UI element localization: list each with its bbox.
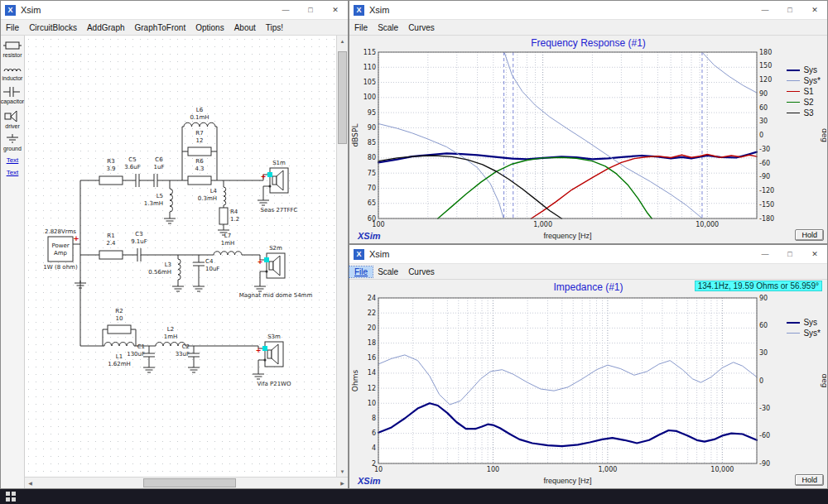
tool-resistor[interactable]: resistor [3, 40, 22, 58]
menu-file[interactable]: File [349, 22, 373, 33]
svg-text:C1: C1 [137, 343, 145, 350]
xsim-app-icon: X [354, 249, 364, 260]
ground-icon [3, 134, 22, 145]
crossover-schematic[interactable]: R33.9C53.6uFC61uFR64.3L60.1mHR712L51.3mH… [25, 36, 336, 477]
hold-button[interactable]: Hold [795, 229, 824, 241]
svg-text:L3: L3 [165, 262, 171, 268]
scroll-right-icon[interactable]: ▶ [337, 478, 348, 488]
svg-text:1uF: 1uF [154, 164, 165, 170]
schematic-canvas[interactable]: R33.9C53.6uFC61uFR64.3L60.1mHR712L51.3mH… [25, 36, 336, 477]
tool-text-1[interactable]: Text [7, 156, 19, 164]
svg-text:-90: -90 [759, 173, 770, 180]
menu-options[interactable]: Options [190, 22, 229, 33]
svg-text:24: 24 [368, 295, 376, 302]
maximize-button[interactable]: □ [298, 1, 323, 19]
hold-button[interactable]: Hold [795, 474, 824, 486]
menu-curves[interactable]: Curves [403, 266, 440, 277]
menu-curves[interactable]: Curves [403, 22, 440, 33]
menu-file[interactable]: File [349, 266, 373, 277]
svg-text:33uF: 33uF [176, 351, 190, 358]
imp-legend: SysSys* [787, 318, 821, 338]
imp-x-axis-label: frequency [Hz] [378, 477, 758, 485]
minimize-button[interactable]: — [273, 1, 298, 19]
tool-text-2[interactable]: Text [7, 169, 19, 176]
svg-text:12: 12 [196, 137, 204, 144]
horizontal-scrollbar[interactable]: ◀ ▶ [25, 477, 348, 488]
svg-text:60: 60 [759, 322, 768, 329]
maximize-button[interactable]: □ [777, 245, 802, 263]
svg-text:1,000: 1,000 [533, 221, 552, 228]
minimize-button[interactable]: — [753, 1, 777, 19]
svg-text:C4: C4 [205, 258, 214, 265]
svg-text:10: 10 [374, 466, 383, 473]
svg-text:110: 110 [363, 64, 376, 71]
inductor-icon [3, 63, 22, 74]
svg-text:L1: L1 [116, 353, 123, 360]
windows-logo-icon [6, 492, 16, 502]
menu-addgraph[interactable]: AddGraph [82, 22, 130, 33]
svg-text:10,000: 10,000 [710, 466, 734, 473]
taskbar [0, 489, 828, 504]
scroll-left-icon[interactable]: ◀ [25, 478, 36, 488]
minimize-button[interactable]: — [753, 245, 777, 263]
svg-text:C6: C6 [155, 156, 163, 163]
svg-text:120: 120 [759, 76, 772, 84]
svg-text:L5: L5 [156, 193, 163, 199]
svg-text:4: 4 [372, 444, 376, 452]
imp-plot[interactable]: 24681012141618202224-90-60-3003060901010… [350, 293, 826, 475]
svg-text:S2m: S2m [269, 245, 282, 252]
menu-circuitblocks[interactable]: CircuitBlocks [24, 22, 82, 33]
schematic-window-titlebar[interactable]: X Xsim — □ ✕ [1, 1, 348, 20]
menu-scale[interactable]: Scale [373, 22, 403, 33]
svg-text:8: 8 [372, 415, 376, 422]
svg-text:65: 65 [368, 199, 376, 207]
svg-text:deg: deg [821, 374, 826, 388]
imp-window-titlebar[interactable]: X Xsim — □ ✕ [349, 245, 827, 264]
svg-text:4.3: 4.3 [195, 166, 204, 172]
horizontal-scroll-thumb[interactable] [143, 478, 236, 487]
maximize-button[interactable]: □ [777, 1, 802, 19]
xsim-app-icon: X [354, 5, 364, 16]
svg-text:100: 100 [487, 466, 499, 473]
menu-tips[interactable]: Tips! [261, 22, 288, 33]
svg-text:S3m: S3m [267, 334, 281, 340]
menu-scale[interactable]: Scale [373, 266, 403, 277]
svg-text:1.3mH: 1.3mH [144, 200, 163, 207]
xsim-app-icon: X [5, 5, 16, 16]
svg-text:85: 85 [368, 139, 376, 146]
fr-plot[interactable]: 6065707580859095100105110115-180-150-120… [350, 49, 826, 230]
menu-file[interactable]: File [1, 22, 24, 33]
window-title: Xsim [369, 249, 753, 259]
svg-text:0.3mH: 0.3mH [198, 195, 217, 202]
vertical-scrollbar[interactable]: ▲ ▼ [336, 36, 348, 477]
scroll-down-icon[interactable]: ▼ [337, 466, 348, 477]
tool-driver[interactable]: driver [3, 109, 22, 129]
svg-text:16: 16 [368, 354, 376, 362]
svg-text:0: 0 [759, 377, 763, 385]
svg-text:9.1uF: 9.1uF [131, 238, 147, 245]
close-button[interactable]: ✕ [323, 1, 348, 19]
svg-text:1mH: 1mH [221, 240, 235, 247]
menu-about[interactable]: About [229, 22, 261, 33]
fr-window-titlebar[interactable]: X Xsim — □ ✕ [349, 1, 827, 20]
fr-chart-title: Frequency Response (#1) [349, 37, 827, 49]
start-button[interactable] [0, 489, 22, 504]
scroll-up-icon[interactable]: ▲ [337, 36, 348, 46]
svg-text:105: 105 [363, 79, 376, 86]
svg-text:0.56mH: 0.56mH [148, 269, 171, 276]
tool-capacitor[interactable]: capacitor [1, 86, 24, 104]
svg-text:0: 0 [759, 132, 763, 139]
vertical-scroll-thumb[interactable] [338, 51, 347, 144]
close-button[interactable]: ✕ [802, 245, 827, 263]
svg-text:+: + [258, 258, 263, 266]
tool-inductor[interactable]: inductor [2, 63, 23, 81]
close-button[interactable]: ✕ [802, 1, 827, 19]
svg-text:R1: R1 [107, 233, 114, 239]
svg-text:3.6uF: 3.6uF [124, 164, 141, 170]
svg-text:L4: L4 [210, 188, 218, 194]
tool-ground[interactable]: ground [3, 134, 22, 151]
resistor-icon [3, 40, 22, 51]
svg-text:30: 30 [759, 349, 768, 357]
svg-text:L6: L6 [196, 107, 204, 113]
menu-graphtofront[interactable]: GraphToFront [130, 22, 191, 33]
